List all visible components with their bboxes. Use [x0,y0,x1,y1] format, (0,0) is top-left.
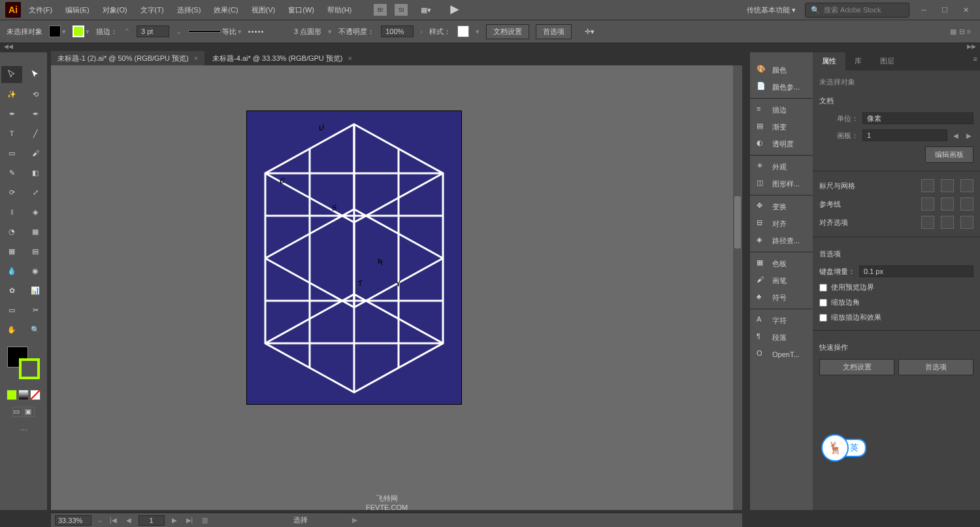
color-mode[interactable] [7,390,17,400]
maximize-button[interactable]: ☐ [936,4,954,16]
symbol-sprayer-tool[interactable]: ✿ [1,282,22,299]
panel-char[interactable]: A字符 [750,312,813,329]
gradient-mode[interactable] [18,390,29,400]
first-page-icon[interactable]: |◀ [108,517,119,524]
transparency-grid-icon[interactable] [960,179,973,192]
blend-tool[interactable]: ◉ [25,262,46,279]
guides-icon[interactable] [921,197,934,211]
next-page-icon[interactable]: ▶ [170,517,179,524]
close-tab-icon[interactable]: × [194,54,198,62]
style-swatch[interactable] [457,26,469,37]
preferences-button[interactable]: 首选项 [536,24,572,39]
scale-corners-checkbox[interactable]: 缩放边角 [819,298,973,307]
document-setup-button[interactable]: 文档设置 [486,24,529,39]
vertical-scrollbar[interactable] [733,65,742,510]
direct-selection-tool[interactable] [25,66,46,83]
last-page-icon[interactable]: ▶| [184,517,195,524]
panel-palette[interactable]: 🎨颜色 [750,61,813,78]
page-input[interactable] [139,515,165,526]
panel-swatch[interactable]: ▦色板 [750,255,813,272]
smart-guides-icon[interactable] [941,197,954,211]
close-button[interactable]: ✕ [956,4,975,16]
shape-builder-tool[interactable]: ◔ [1,223,22,240]
scale-strokes-checkbox[interactable]: 缩放描边和效果 [819,313,973,322]
snap-grid-icon[interactable] [941,216,954,229]
fill-stroke-indicator[interactable] [7,347,40,379]
bridge-icon[interactable]: Br [374,4,387,16]
scale-tool[interactable]: ⤢ [25,184,46,201]
menu-file[interactable]: 文件(F) [24,3,57,18]
arrange-icon[interactable]: ▦▾ [416,1,436,18]
preview-bounds-checkbox[interactable]: 使用预览边界 [819,282,973,292]
screen-mode[interactable]: ▭ [12,407,23,417]
menu-select[interactable]: 选择(S) [172,3,206,18]
eraser-tool[interactable]: ◧ [25,164,46,181]
slice-tool[interactable]: ✂ [25,301,46,318]
prev-page-icon[interactable]: ◀ [124,517,133,524]
gradient-tool[interactable]: ▤ [25,243,46,260]
dock-collapse-right[interactable]: ▶▶ [967,43,976,52]
pen-tool[interactable]: ✒ [1,105,22,122]
dock-collapse-left[interactable]: ◀◀ [4,43,13,52]
shaper-tool[interactable]: ✎ [1,164,22,181]
stock-icon[interactable]: St [395,4,408,16]
rectangle-tool[interactable]: ▭ [1,144,22,162]
panel-para[interactable]: ¶段落 [750,329,813,346]
panel-trans[interactable]: ◐透明度 [750,135,813,152]
ime-indicator[interactable]: 🦌 英 [821,434,866,462]
panel-sun[interactable]: ☀外观 [750,158,813,175]
close-tab-icon[interactable]: × [348,54,352,62]
quick-prefs-button[interactable]: 首选项 [898,359,973,375]
align-icons[interactable]: ▦ ⊟ ≡ [947,25,973,39]
workspace-switcher[interactable]: 传统基本功能 ▾ [743,4,800,16]
panel-pathf[interactable]: ◈路径查... [750,232,813,249]
document-tab[interactable]: 未标题-1 (2).ai* @ 50% (RGB/GPU 预览)× [51,51,204,65]
next-artboard-icon[interactable]: ▶ [964,132,973,139]
edit-artboards-button[interactable]: 编辑画板 [925,146,973,163]
none-mode[interactable] [30,390,41,400]
rotate-tool[interactable]: ⟳ [1,184,22,201]
brush-preview[interactable] [248,28,287,35]
panel-gradient[interactable]: ▤渐变 [750,118,813,135]
panel-gstyle[interactable]: ◫图形样... [750,175,813,192]
fill-swatch[interactable] [49,26,61,37]
mesh-tool[interactable]: ▦ [1,243,22,260]
artboard-select[interactable]: 1 [862,129,947,141]
snap-point-icon[interactable] [921,216,934,229]
screen-mode[interactable]: ▣ [24,407,35,417]
menu-type[interactable]: 文字(T) [135,3,169,18]
menu-effect[interactable]: 效果(C) [208,3,243,18]
opacity-input[interactable] [381,26,414,37]
graph-tool[interactable]: 📊 [25,282,46,299]
panel-menu-icon[interactable]: ≡ [971,52,980,71]
minimize-button[interactable]: ─ [915,4,933,16]
panel-align[interactable]: ⊟对齐 [750,215,813,232]
stroke-swatch[interactable] [73,26,84,37]
unit-select[interactable]: 像素 [862,112,973,124]
tab-layers[interactable]: 图层 [871,52,904,71]
menu-view[interactable]: 视图(V) [246,3,281,18]
menu-edit[interactable]: 编辑(E) [60,3,95,18]
panel-guide[interactable]: 📄颜色参... [750,78,813,95]
type-tool[interactable]: T [1,125,22,142]
zoom-input[interactable] [55,515,91,526]
keyboard-increment-input[interactable] [859,265,973,277]
canvas[interactable]: U R C S T Y O II [51,65,742,510]
panel-transform[interactable]: ✥变换 [750,198,813,215]
zoom-tool[interactable]: 🔍 [25,321,46,338]
edit-toolbar[interactable]: ⋯ [13,422,34,439]
tab-properties[interactable]: 属性 [813,52,845,71]
crosshair-icon[interactable]: ✛▾ [580,23,600,40]
artboard-tool[interactable]: ▭ [1,301,22,318]
perspective-tool[interactable]: ▦ [25,223,46,240]
stroke-style-preview[interactable] [188,30,221,33]
panel-lines[interactable]: ≡描边 [750,101,813,118]
hand-tool[interactable]: ✋ [1,321,22,338]
panel-ot[interactable]: OOpenT... [750,346,813,363]
menu-window[interactable]: 窗口(W) [283,3,319,18]
menu-object[interactable]: 对象(O) [97,3,133,18]
eyedropper-tool[interactable]: 💧 [1,262,22,279]
panel-symbol[interactable]: ♣符号 [750,289,813,306]
panel-brush[interactable]: 🖌画笔 [750,272,813,289]
document-tab[interactable]: 未标题-4.ai* @ 33.33% (RGB/GPU 预览)× [206,51,359,65]
